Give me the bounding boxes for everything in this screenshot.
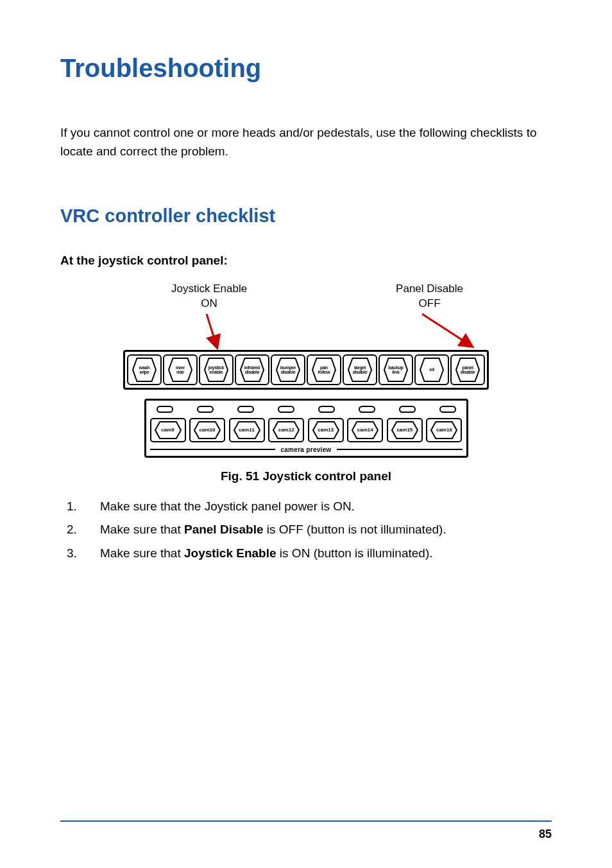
panel-button: backuplink <box>378 354 413 385</box>
camera-button: cam14 <box>347 418 383 442</box>
panel-button: x4 <box>414 354 449 385</box>
camera-button: cam12 <box>268 418 304 442</box>
indicator-icon <box>359 406 375 413</box>
checklist-item: 3.Make sure that Joystick Enable is ON (… <box>67 544 552 563</box>
camera-button: cam11 <box>229 418 265 442</box>
svg-line-1 <box>422 314 470 345</box>
label-joystick-enable: Joystick Enable ON <box>171 282 247 311</box>
section-subheading: At the joystick control panel: <box>60 254 552 268</box>
camera-preview-panel: cam9cam10cam11cam12cam13cam14cam15cam16 … <box>144 399 468 458</box>
top-button-panel: washwipeoverridejoystickenableinfrareddi… <box>123 350 489 390</box>
checklist-item: 2.Make sure that Panel Disable is OFF (b… <box>67 521 552 539</box>
indicator-icon <box>439 406 456 413</box>
footer-divider <box>60 820 552 822</box>
panel-button: targetdisable <box>343 354 377 385</box>
camera-button: cam16 <box>426 418 462 442</box>
panel-button: override <box>163 354 198 385</box>
camera-preview-label: camera preview <box>280 446 331 453</box>
indicator-icon <box>399 406 416 413</box>
indicator-icon <box>237 406 254 413</box>
checklist: 1.Make sure that the Joystick panel powe… <box>60 498 552 563</box>
panel-button: washwipe <box>127 354 162 385</box>
camera-button: cam10 <box>189 418 225 442</box>
panel-button: infrareddisable <box>235 354 269 385</box>
panel-button: joystickenable <box>199 354 234 385</box>
camera-button: cam13 <box>308 418 344 442</box>
camera-button: cam9 <box>150 418 186 442</box>
figure: Joystick Enable ON Panel Disable OFF <box>60 282 552 483</box>
indicator-icon <box>157 406 173 413</box>
page-title: Troubleshooting <box>60 54 552 83</box>
label-panel-disable: Panel Disable OFF <box>396 282 463 311</box>
indicator-icon <box>197 406 214 413</box>
panel-button: bumperdisable <box>271 354 305 385</box>
svg-line-0 <box>207 314 216 345</box>
indicator-icon <box>278 406 294 413</box>
page-number: 85 <box>539 828 552 841</box>
figure-caption: Fig. 51 Joystick control panel <box>221 469 391 483</box>
intro-paragraph: If you cannot control one or more heads … <box>60 124 552 161</box>
arrow-icon <box>123 313 489 350</box>
indicator-icon <box>318 406 335 413</box>
section-heading: VRC controller checklist <box>60 205 552 227</box>
checklist-item: 1.Make sure that the Joystick panel powe… <box>67 498 552 516</box>
panel-button: paneldisable <box>450 354 485 385</box>
panel-button: panfollow <box>307 354 341 385</box>
camera-button: cam15 <box>387 418 423 442</box>
